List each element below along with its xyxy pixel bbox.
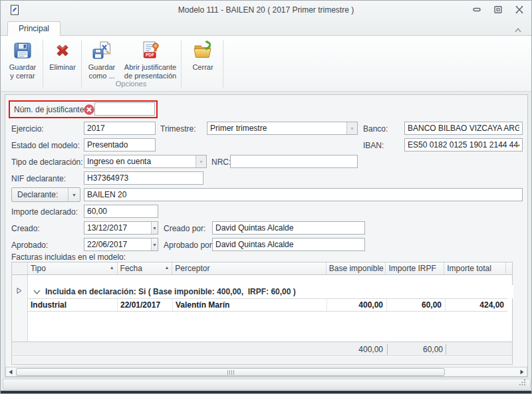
- importe-declarado-label: Importe declarado:: [11, 207, 78, 217]
- ribbon: Guardar y cerrar Eliminar: [1, 35, 531, 92]
- column-label: Base imponible: [329, 264, 384, 273]
- row-indicator-column: [12, 275, 28, 342]
- column-header-tipo[interactable]: Tipo ▲: [28, 262, 118, 274]
- cell-perceptor: Valentín Marín: [173, 299, 327, 311]
- nif-declarante-input[interactable]: [84, 171, 203, 185]
- scrollbar-thumb[interactable]: [16, 368, 445, 376]
- importe-declarado-input[interactable]: [84, 205, 158, 218]
- window-title: Modelo 111 - BAILEN 20 ( 2017 Primer tri…: [1, 5, 531, 15]
- chevron-down-icon[interactable]: ▼: [196, 155, 206, 167]
- restore-button[interactable]: [493, 5, 503, 15]
- column-label: Tipo: [31, 264, 46, 273]
- declarante-button[interactable]: Declarante: ▼: [11, 187, 80, 202]
- column-label: Importe total: [447, 264, 491, 273]
- close-form-button[interactable]: Cerrar: [184, 39, 221, 88]
- save-and-close-label: Guardar y cerrar: [9, 63, 36, 80]
- creado-por-label: Creado por:: [164, 224, 205, 233]
- ejercicio-label: Ejercicio:: [11, 124, 44, 134]
- tab-principal[interactable]: Principal: [7, 21, 61, 36]
- column-header-perceptor[interactable]: Perceptor: [172, 262, 326, 274]
- horizontal-scrollbar[interactable]: [5, 367, 527, 377]
- footer-separator: [387, 344, 388, 355]
- cell-tipo: Industrial: [28, 299, 118, 311]
- close-button[interactable]: [514, 5, 525, 15]
- trimestre-label: Trimestre:: [160, 124, 196, 134]
- table-row[interactable]: Industrial 22/01/2017 Valentín Marín 400…: [28, 298, 507, 312]
- chevron-down-icon[interactable]: ▼: [151, 239, 158, 250]
- group-row[interactable]: Incluida en declaración: Si ( Base impon…: [28, 285, 513, 298]
- creado-label: Creado:: [11, 224, 40, 233]
- sort-asc-icon: ▲: [164, 264, 169, 270]
- facturas-caption: Facturas incluidas en el modelo:: [11, 252, 126, 262]
- column-header-base-imponible[interactable]: Base imponible: [327, 262, 386, 274]
- error-icon: [84, 104, 94, 115]
- declarante-button-label: Declarante:: [12, 190, 68, 199]
- collapse-ribbon-icon[interactable]: [514, 25, 523, 32]
- footer-base-total: 400,00: [327, 345, 383, 354]
- chevron-down-icon[interactable]: ▼: [346, 122, 357, 134]
- num-justificante-label: Núm. de justificante:: [14, 105, 86, 114]
- aprobado-por-input[interactable]: [212, 238, 365, 251]
- facturas-grid: Tipo ▲ Fecha ▲ Perceptor Base imponible …: [11, 262, 513, 365]
- save-as-icon: [91, 40, 112, 61]
- sort-asc-icon: ▲: [110, 264, 114, 270]
- folder-close-icon: [192, 40, 213, 61]
- cell-importe-total: 424,00: [446, 299, 507, 311]
- cell-base-imponible: 400,00: [327, 299, 387, 311]
- pdf-receipt-icon: PDF: [140, 40, 161, 61]
- filler-header-cell: [506, 262, 512, 274]
- tipo-declaracion-combobox[interactable]: ▼: [84, 155, 207, 168]
- group-collapse-icon[interactable]: [33, 287, 41, 296]
- estado-input[interactable]: [84, 138, 156, 151]
- trimestre-input[interactable]: [207, 122, 346, 134]
- chevron-down-icon[interactable]: ▼: [151, 222, 158, 234]
- banco-label: Banco:: [363, 124, 388, 134]
- iban-input[interactable]: [404, 138, 523, 151]
- minimize-button[interactable]: [471, 5, 482, 15]
- creado-datepicker[interactable]: ▼: [84, 221, 158, 235]
- aprobado-datepicker[interactable]: ▼: [84, 238, 158, 251]
- footer-separator: [446, 344, 446, 355]
- tipo-declaracion-input[interactable]: [84, 155, 196, 167]
- nrc-input[interactable]: [230, 155, 358, 168]
- ribbon-separator: [43, 40, 43, 88]
- footer-irpf-total: 60,00: [388, 345, 443, 354]
- aprobado-input[interactable]: [84, 239, 151, 250]
- banco-input[interactable]: [404, 122, 523, 135]
- column-header-importe-irpf[interactable]: Importe IRPF: [386, 262, 444, 274]
- ejercicio-input[interactable]: [84, 122, 156, 135]
- scroll-right-button[interactable]: [517, 367, 527, 376]
- delete-label: Eliminar: [49, 63, 76, 72]
- grid-header: Tipo ▲ Fecha ▲ Perceptor Base imponible …: [12, 262, 512, 275]
- trimestre-combobox[interactable]: ▼: [207, 122, 358, 135]
- close-form-label: Cerrar: [192, 63, 213, 72]
- column-label: Importe IRPF: [388, 264, 436, 273]
- declarante-input[interactable]: [84, 188, 523, 201]
- svg-text:PDF: PDF: [146, 52, 154, 57]
- chevron-down-icon[interactable]: ▼: [68, 188, 80, 201]
- grid-footer: 400,00 60,00: [12, 342, 512, 356]
- estado-label: Estado del modelo:: [11, 141, 80, 150]
- aprobado-por-label: Aprobado por:: [164, 241, 214, 250]
- delete-button[interactable]: Eliminar: [45, 39, 80, 88]
- resize-grip[interactable]: [519, 379, 526, 388]
- window-bottom-edge: [1, 391, 531, 394]
- scrollbar-grip-icon: [227, 370, 234, 375]
- title-bar: Modelo 111 - BAILEN 20 ( 2017 Primer tri…: [1, 1, 531, 19]
- save-icon: [12, 40, 33, 61]
- creado-por-input[interactable]: [212, 221, 365, 235]
- open-receipt-label: Abrir justificante de presentación: [124, 63, 176, 80]
- status-bar: [3, 379, 531, 390]
- row-indicator-arrow-icon: [17, 286, 22, 296]
- ribbon-group-opciones-caption: Opciones: [82, 80, 180, 88]
- ribbon-separator: [181, 40, 182, 88]
- app-window: Modelo 111 - BAILEN 20 ( 2017 Primer tri…: [0, 0, 532, 394]
- nrc-label: NRC:: [211, 157, 231, 167]
- creado-input[interactable]: [84, 222, 151, 234]
- scroll-left-button[interactable]: [6, 367, 15, 376]
- column-header-fecha[interactable]: Fecha ▲: [118, 262, 173, 274]
- column-header-importe-total[interactable]: Importe total: [444, 262, 506, 274]
- save-and-close-button[interactable]: Guardar y cerrar: [3, 39, 42, 88]
- num-justificante-input[interactable]: [94, 102, 155, 116]
- ribbon-tab-row: Principal: [1, 19, 531, 35]
